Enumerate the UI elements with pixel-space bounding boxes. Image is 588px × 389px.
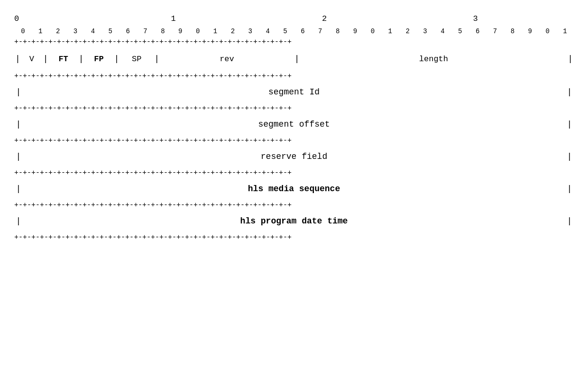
top-divider: +-+-+-+-+-+-+-+-+-+-+-+-+-+-+-+-+-+-+-+-… [14,37,574,46]
pipe-rev-length: | [294,54,301,64]
bit-18: 8 [329,28,347,35]
bit-11: 1 [207,28,224,35]
decade-3: 3 [473,14,478,23]
field-segment-offset: segment offset [23,120,565,129]
pipe-left-hls-media: | [14,184,23,194]
field-fp: FP [84,55,113,64]
divider-4: +-+-+-+-+-+-+-+-+-+-+-+-+-+-+-+-+-+-+-+-… [14,168,574,177]
field-v: V [21,55,42,64]
row-1-fields: | V | FT | FP | SP | rev | length | [14,46,574,71]
bit-24: 4 [434,28,451,35]
bit-4: 4 [84,28,102,35]
pipe-right-segment-id: | [565,87,574,97]
decade-row: 0 1 2 3 [14,14,574,26]
divider-text-4: +-+-+-+-+-+-+-+-+-+-+-+-+-+-+-+-+-+-+-+-… [14,169,574,177]
bit-0: 0 [14,28,32,35]
diagram-container: 0 1 2 3 0 1 2 3 4 5 6 7 8 9 0 1 2 3 4 5 … [14,9,574,242]
pipe-left-hls-pdt: | [14,216,23,226]
decade-1: 1 [171,14,175,23]
pipe-ft-fp: | [78,54,85,64]
divider-3: +-+-+-+-+-+-+-+-+-+-+-+-+-+-+-+-+-+-+-+-… [14,136,574,145]
bit-19: 9 [347,28,364,35]
pipe-right-hls-pdt: | [565,216,574,226]
pipe-left-row1: | [14,54,21,64]
bit-8: 8 [154,28,172,35]
bit-22: 2 [399,28,416,35]
bit-25: 5 [451,28,469,35]
divider-text-3: +-+-+-+-+-+-+-+-+-+-+-+-+-+-+-+-+-+-+-+-… [14,137,574,145]
bit-5: 5 [101,28,119,35]
bit-2: 2 [49,28,67,35]
pipe-left-segment-id: | [14,87,23,97]
bit-10: 0 [189,28,207,35]
bit-12: 2 [224,28,242,35]
pipe-right-hls-media: | [565,184,574,194]
row-segment-id: | segment Id | [14,81,574,103]
bottom-divider: +-+-+-+-+-+-+-+-+-+-+-+-+-+-+-+-+-+-+-+-… [14,232,574,242]
bit-numbers-row: 0 1 2 3 4 5 6 7 8 9 0 1 2 3 4 5 6 7 8 9 … [14,26,574,37]
bit-16: 6 [294,28,312,35]
bit-20: 0 [364,28,382,35]
field-length: length [301,55,567,64]
field-rev: rev [160,55,294,64]
row-reserve-field: | reserve field | [14,145,574,168]
bit-27: 7 [487,28,504,35]
pipe-v-ft: | [42,54,49,64]
pipe-left-reserve: | [14,152,23,161]
field-hls-program-date-time: hls program date time [23,216,565,226]
divider-text-2: +-+-+-+-+-+-+-+-+-+-+-+-+-+-+-+-+-+-+-+-… [14,104,574,112]
divider-text-1: +-+-+-+-+-+-+-+-+-+-+-+-+-+-+-+-+-+-+-+-… [14,72,574,80]
field-hls-media-sequence: hls media sequence [23,184,565,194]
bit-7: 7 [137,28,154,35]
row-hls-pdt: | hls program date time | [14,210,574,232]
pipe-left-segment-offset: | [14,120,23,129]
bit-13: 3 [241,28,259,35]
bit-14: 4 [259,28,276,35]
bit-29: 9 [521,28,539,35]
pipe-fp-sp: | [113,54,120,64]
field-ft: FT [49,55,78,64]
divider-text-top: +-+-+-+-+-+-+-+-+-+-+-+-+-+-+-+-+-+-+-+-… [14,38,574,46]
pipe-right-reserve: | [565,152,574,161]
pipe-right-segment-offset: | [565,120,574,129]
bit-31: 1 [556,28,574,35]
bit-3: 3 [67,28,84,35]
bit-26: 6 [469,28,487,35]
divider-2: +-+-+-+-+-+-+-+-+-+-+-+-+-+-+-+-+-+-+-+-… [14,103,574,113]
divider-text-bottom: +-+-+-+-+-+-+-+-+-+-+-+-+-+-+-+-+-+-+-+-… [14,233,574,241]
pipe-right-row1: | [567,54,574,64]
bit-21: 1 [381,28,399,35]
bit-9: 9 [172,28,189,35]
row-segment-offset: | segment offset | [14,113,574,136]
bit-6: 6 [119,28,137,35]
bit-17: 7 [312,28,329,35]
pipe-sp-rev: | [153,54,160,64]
field-sp: SP [120,55,153,64]
bit-30: 0 [539,28,556,35]
divider-5: +-+-+-+-+-+-+-+-+-+-+-+-+-+-+-+-+-+-+-+-… [14,200,574,210]
field-reserve: reserve field [23,152,565,161]
bit-15: 5 [276,28,294,35]
row-hls-media: | hls media sequence | [14,177,574,200]
bit-28: 8 [504,28,522,35]
decade-0: 0 [14,14,19,23]
field-segment-id: segment Id [23,87,565,97]
divider-text-5: +-+-+-+-+-+-+-+-+-+-+-+-+-+-+-+-+-+-+-+-… [14,201,574,209]
bit-23: 3 [416,28,434,35]
divider-1: +-+-+-+-+-+-+-+-+-+-+-+-+-+-+-+-+-+-+-+-… [14,71,574,81]
decade-2: 2 [322,14,327,23]
bit-1: 1 [32,28,49,35]
